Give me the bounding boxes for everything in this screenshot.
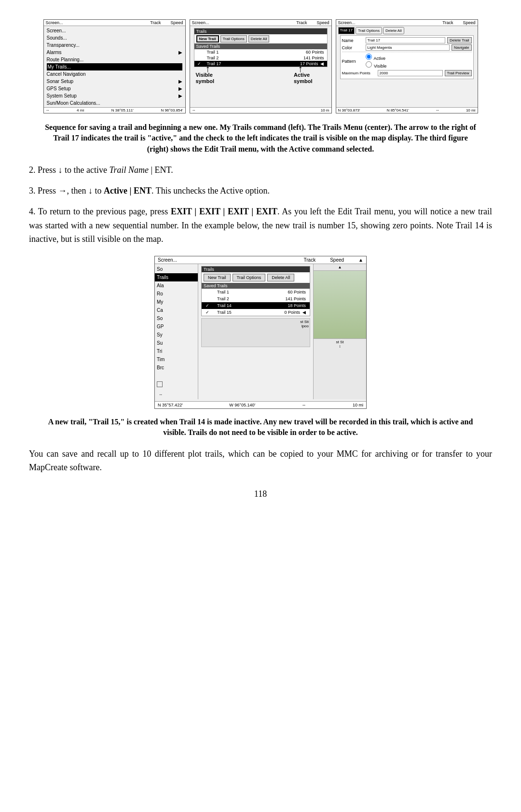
cf-scale-arrow-icon: ↔ [302,403,306,407]
cf-menu-item: Sy [155,331,198,339]
menu-item-mytrails: My Trails... [47,63,182,70]
para2-suffix: | ENT. [149,165,173,175]
fig3-bottom-bar: N 36°03.873' N 85°04.541' ↔ 10 mi [336,107,478,113]
cf-scale-val: 10 mi [353,403,363,407]
fig2-speed: Speed [316,20,329,25]
para4-bold: EXIT | EXIT | EXIT | EXIT [171,207,277,216]
fig2-trails-title: Trails [194,28,327,34]
cf-menu-item: So [155,314,198,322]
cf-saved-title: Saved Trails [202,283,310,289]
para2-middle: to the active [63,165,110,175]
fig3-trail-preview-btn[interactable]: Trail Preview [445,70,472,76]
para3-bold: Active | ENT [104,186,151,196]
fig2-trails-table: Trail 1 60 Points Trail 2 141 Points ✓ T… [194,49,327,67]
fig3-trail17-tab: Trail 17 [338,27,355,34]
fig1-bottom-bar: ↔ 4 mi N 38°05.111' N 96°03.854' [44,107,185,113]
menu-item-sonar: Sonar Setup ▶ [47,78,182,85]
cf-body: So Trails Ala Ro My Ca So GP Sy Su Tri T… [155,264,366,399]
cf-menu-item: Ro [155,290,198,298]
fig1-scale-icon: ↔ [46,108,50,112]
cf-trails-title: Trails [202,266,310,272]
fig3-navigate-btn[interactable]: Navigate [452,44,472,51]
table-row: Trail 2 141 Points [202,295,310,302]
menu-item-route: Route Planning... [47,56,182,63]
fig2-saved-title: Saved Trails [194,43,327,49]
cf-map-area: st Stilpoo [201,318,310,347]
center-figure-wrapper: Screen... Track Speed ▲ So Trails Ala Ro… [29,256,492,409]
menu-item-sun: Sun/Moon Calculations... [47,99,182,107]
cf-trails-table: Trail 1 60 Points Trail 2 141 Points ✓ T… [202,289,310,316]
menu-item-sounds: Sounds... [47,34,182,42]
para2-prefix: 2. Press [29,165,58,175]
fig3-coord-left: N 36°03.873' [338,108,360,112]
table-row: Trail 1 60 Points [202,289,310,295]
fig3-coord-right: N 85°04.541' [387,108,409,112]
cf-right-scroll-down: st St ↕ [314,338,366,350]
cf-speed: Speed [330,257,344,263]
cf-main: Trails New Trail Trail Options Delete Al… [198,264,313,399]
arrow-to-visible: ↑ [206,63,210,74]
fig3-top-bar: Screen... Track Speed [336,20,478,26]
fig3-divider [342,52,472,52]
fig1-track: Track [150,20,161,25]
fig3-scale: 10 mi [466,108,476,112]
fig3-top-buttons: Trail 17 Trail Options Delete All [338,27,476,34]
paragraph-final: You can save and recall up to 10 differe… [29,447,492,475]
fig3-maxpoints-label: Maximum Points [342,71,376,75]
fig3-maxpoints-row: Maximum Points 2000 Trail Preview [342,70,472,76]
cf-checkbox [157,381,163,387]
para2-arrow: ↓ [58,165,63,175]
table-row-trail15: ✓ Trail 15 0 Points ◀ [202,309,310,316]
fig2-btn-options[interactable]: Trail Options [220,35,247,42]
cf-scroll-up: ▲ [358,257,363,263]
fig3-delete-trail-btn[interactable]: Delete Trail [447,37,471,43]
cf-menu-item: Tim [155,355,198,364]
fig3-body: Trail 17 Trail Options Delete All Name T… [336,26,478,81]
page-number: 118 [29,489,492,499]
fig1-menu: Screen... Sounds... Transparency... Alar… [44,26,185,113]
paragraph-4: 4. To return to the previous page, press… [29,205,492,246]
fig2-title: Screen... [192,20,209,25]
cf-trails-panel: Trails New Trail Trail Options Delete Al… [201,266,310,316]
cf-map-label: st Stilpoo [202,319,310,329]
cf-btn-options[interactable]: Trail Options [233,274,266,281]
figure-3: Screen... Track Speed Trail 17 Trail Opt… [336,19,478,113]
fig2-btn-delete[interactable]: Delete All [248,35,270,42]
cf-btn-delete[interactable]: Delete All [267,274,294,281]
fig3-pattern-row: Pattern Active Visible [342,53,472,69]
cf-coord-left: N 35°57.422' [158,403,183,407]
fig3-color-label: Color [342,45,364,50]
cf-btn-new[interactable]: New Trail [204,274,231,281]
cf-right-map: ▲ st St ↕ [313,264,366,399]
fig2-body: Trails New Trail Trail Options Delete Al… [190,26,331,96]
cf-menu-item: Brc [155,364,198,372]
fig1-title: Screen... [46,20,63,25]
fig2-trails-buttons: New Trail Trail Options Delete All [194,34,327,43]
fig2-trails-panel: Trails New Trail Trail Options Delete Al… [194,28,328,67]
center-figure: Screen... Track Speed ▲ So Trails Ala Ro… [154,256,367,409]
fig3-btn-options[interactable]: Trail Options [356,27,382,34]
para4-prefix: 4. To return to the previous page, press [29,207,171,216]
fig1-coord-left: N 38°05.111' [111,108,134,112]
fig1-scale: 4 mi [77,108,84,112]
fig1-speed: Speed [170,20,183,25]
cf-menu-item: Su [155,339,198,347]
fig3-btn-delete-all[interactable]: Delete All [383,27,404,34]
fig2-scale: 10 m [321,108,329,112]
paragraph-2: 2. Press ↓ to the active Trail Name | EN… [29,163,492,177]
para2-italic: Trail Name [109,165,149,175]
para3-arrow: ↓ [88,186,93,196]
cf-menu-item: So [155,265,198,273]
fig3-active-radio: Active [366,54,472,61]
para3-prefix: 3. Press →, then [29,186,88,196]
menu-item-screen: Screen... [47,27,182,34]
fig3-scale-icon: ↔ [436,108,439,112]
menu-item-system: System Setup ▶ [47,92,182,99]
figure-1: Screen... Track Speed Screen... Sounds..… [43,19,186,113]
menu-item-cancel: Cancel Navigation [47,70,182,78]
fig2-btn-new[interactable]: New Trail [196,35,219,42]
table-row-highlighted: ✓ Trail 17 17 Points ◀ [194,61,327,67]
fig3-color-val: Light Magenta [366,44,450,51]
fig3-title: Screen... [338,20,356,25]
cf-title: Screen... [158,257,177,263]
